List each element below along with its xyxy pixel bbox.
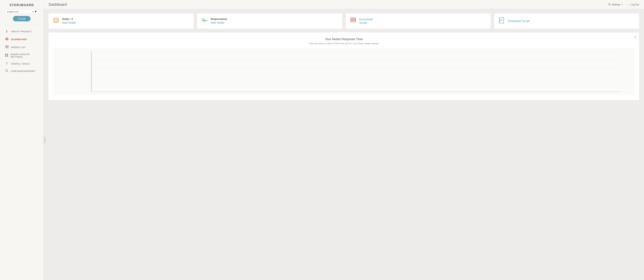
add-node-link-2[interactable]: Add Node	[211, 21, 227, 25]
database-icon	[52, 17, 60, 25]
sidebar-collapse-handle[interactable]: ‹	[44, 137, 46, 143]
sidebar-item-find-bug[interactable]: FIND BUG/SUPPORT	[0, 67, 44, 75]
download-script-1-link[interactable]: DownloadScript	[359, 18, 373, 25]
header-actions: Settings ▼ → Log Out	[608, 3, 639, 6]
svg-line-10	[8, 71, 8, 72]
sidebar-item-label: NODES UPDATE SETTINGS	[10, 53, 38, 58]
pulse-icon	[201, 17, 208, 25]
page-title: Dashboard	[49, 2, 67, 7]
app-title: STORJBOARD	[10, 3, 34, 7]
logout-button[interactable]: → Log Out	[627, 3, 639, 6]
dashboard-icon	[5, 37, 9, 42]
sidebar-item-about[interactable]: ℹ ABOUT PROJECT	[0, 28, 44, 35]
sidebar-item-nodes-list[interactable]: NODES LIST	[0, 44, 44, 51]
download-script-2-link[interactable]: Download Script	[508, 19, 530, 23]
main-content: Dashboard Settings ▼ → Log Out	[44, 0, 644, 280]
list-icon	[5, 46, 9, 49]
sidebar: STORJBOARD English (en) Français (fr) De…	[0, 0, 44, 280]
svg-point-17	[355, 18, 355, 19]
download-script-1-text: DownloadScript	[359, 18, 373, 25]
tools-icon: T	[5, 62, 9, 65]
chart-area	[52, 48, 635, 95]
gear-icon	[608, 3, 611, 6]
svg-rect-2	[5, 46, 8, 46]
chart-subtitle: Date axis based on value of 'Node Stat s…	[52, 42, 635, 45]
download-script-2-text: Download Script	[508, 19, 530, 23]
svg-point-9	[6, 69, 8, 71]
sidebar-item-label: FIND BUG/SUPPORT	[11, 70, 36, 72]
chart-menu-button[interactable]: ≡	[634, 36, 636, 39]
grid-icon	[5, 54, 8, 58]
search-icon	[5, 69, 9, 73]
sidebar-item-label: USEFUL TOOLS	[11, 63, 30, 65]
nodes-card-text: Nodes : 0 Add Node	[62, 18, 76, 25]
sidebar-nav: ℹ ABOUT PROJECT DASHBOARD NODES	[0, 28, 44, 75]
logout-arrow-icon: →	[627, 3, 630, 6]
svg-rect-26	[52, 48, 635, 95]
sidebar-item-dashboard[interactable]: DASHBOARD	[0, 35, 44, 44]
chart-panel: ≡ Your Nodes Response Time Date axis bas…	[48, 32, 639, 100]
content-area: Nodes : 0 Add Node Response(ms) Add Node	[44, 9, 644, 280]
cards-row: Nodes : 0 Add Node Response(ms) Add Node	[48, 13, 639, 29]
sidebar-item-label: NODES LIST	[11, 46, 26, 49]
settings-chevron-icon: ▼	[621, 4, 623, 6]
response-card[interactable]: Response(ms) Add Node	[197, 13, 342, 29]
svg-rect-5	[5, 54, 6, 55]
chart-title: Your Nodes Response Time	[52, 38, 635, 41]
svg-rect-21	[500, 18, 504, 23]
language-selector[interactable]: English (en) Français (fr) Deutsch (de) …	[5, 9, 38, 14]
nodes-card[interactable]: Nodes : 0 Add Node	[48, 13, 194, 29]
svg-rect-8	[7, 55, 8, 57]
change-language-button[interactable]: Change	[13, 16, 30, 21]
svg-rect-7	[5, 55, 6, 57]
nodes-count-label: Nodes : 0	[62, 18, 76, 20]
logout-label: Log Out	[630, 3, 639, 6]
sidebar-item-nodes-update[interactable]: NODES UPDATE SETTINGS	[0, 51, 44, 60]
chevron-down-icon: ▼	[34, 10, 37, 13]
header: Dashboard Settings ▼ → Log Out	[44, 0, 644, 9]
sidebar-item-label: DASHBOARD	[11, 38, 27, 41]
svg-point-14	[54, 21, 58, 23]
book-icon	[498, 17, 505, 25]
server-icon	[350, 17, 357, 25]
response-card-text: Response(ms) Add Node	[211, 18, 227, 25]
sidebar-item-useful-tools[interactable]: T USEFUL TOOLS	[0, 60, 44, 67]
add-node-link-1[interactable]: Add Node	[62, 21, 76, 25]
response-label: Response(ms)	[211, 18, 227, 20]
download-script-card-1[interactable]: DownloadScript	[346, 13, 491, 29]
svg-point-11	[609, 4, 610, 5]
svg-rect-6	[7, 54, 8, 55]
language-dropdown[interactable]: English (en) Français (fr) Deutsch (de)	[6, 10, 34, 13]
sidebar-item-label: ABOUT PROJECT	[11, 30, 32, 33]
svg-point-18	[355, 21, 355, 21]
download-script-card-2[interactable]: Download Script	[494, 13, 639, 29]
settings-button[interactable]: Settings ▼	[608, 3, 623, 6]
svg-rect-4	[5, 48, 8, 48]
svg-point-13	[54, 18, 58, 20]
settings-label: Settings	[612, 3, 620, 6]
svg-rect-3	[5, 47, 8, 47]
info-icon: ℹ	[5, 30, 9, 33]
